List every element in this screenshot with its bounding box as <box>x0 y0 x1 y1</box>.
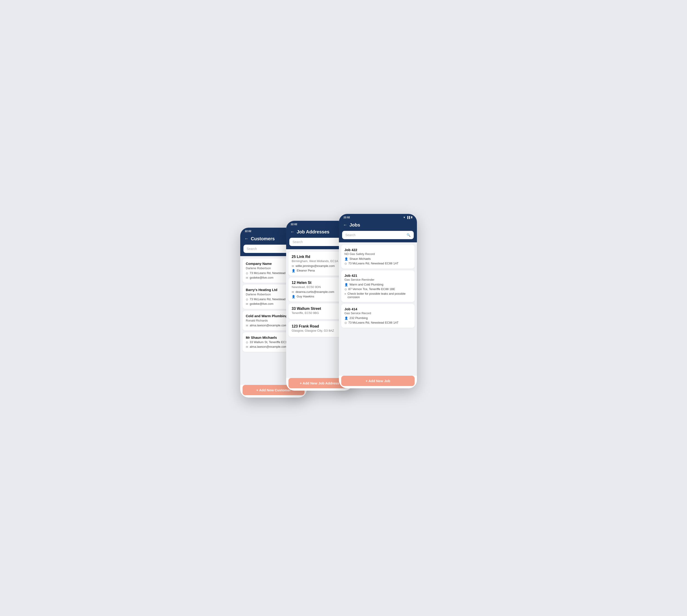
job-person-row-0: 👤 Shaun Michaels <box>345 257 412 261</box>
battery-icon-3: ▮ <box>411 216 412 219</box>
person-icon-addr-1: 👤 <box>292 295 295 299</box>
address-email-0: willie.jennings@example.com <box>295 264 335 268</box>
email-icon-3: ✉ <box>246 345 248 349</box>
job-note-1: Check boiler for possible leaks and poss… <box>348 292 412 299</box>
address-person-0: Eleanor Pena <box>297 269 315 272</box>
jobs-search-placeholder: Search <box>345 233 405 237</box>
location-icon-job-2: ⊙ <box>345 321 347 325</box>
address-email-1: deanna.curtis@example.com <box>295 290 334 293</box>
jobs-search-icon: 🔍 <box>406 233 411 237</box>
location-icon-1: ⊙ <box>246 298 248 301</box>
person-icon-job-0: 👤 <box>345 257 348 261</box>
person-icon-addr-0: 👤 <box>292 269 295 272</box>
status-icons-3: ▼ ▐▐ ▮ <box>403 216 412 219</box>
customer-email-2: alma.lawson@example.com <box>250 324 287 327</box>
jobs-title: Jobs <box>350 222 360 228</box>
job-card-2[interactable]: Job 414 Gas Service Record 👤 232 Plumbin… <box>341 304 415 328</box>
job-address-row-0: ⊙ 73 McLeans Rd, Newstead EC88 1AT <box>345 262 412 265</box>
time-2: 22:02 <box>291 223 297 226</box>
job-number-1: Job 421 <box>345 273 412 278</box>
location-icon-job-0: ⊙ <box>345 262 347 265</box>
job-type-0: ND Gas Safety Record <box>345 252 412 256</box>
job-person-1: Warm and Cold Plumbing <box>350 283 383 286</box>
job-address-row-1: ⊙ 87 Vernon Tce, Teneriffe EC88 1BE <box>345 287 412 291</box>
job-person-2: 232 Plumbing <box>350 316 368 320</box>
customer-email-1: godeke@live.com <box>250 302 273 306</box>
job-number-0: Job 422 <box>345 248 412 252</box>
job-address-1: 87 Vernon Tce, Teneriffe EC88 1BE <box>348 287 395 291</box>
email-icon-2: ✉ <box>246 324 248 327</box>
location-icon-0: ⊙ <box>246 271 248 275</box>
back-button-1[interactable]: ← <box>244 236 248 241</box>
signal-icon-3: ▐▐ <box>406 216 410 219</box>
job-card-0[interactable]: Job 422 ND Gas Safety Record 👤 Shaun Mic… <box>341 245 415 268</box>
jobs-list: Job 422 ND Gas Safety Record 👤 Shaun Mic… <box>339 242 417 376</box>
job-addresses-search-placeholder: Search <box>292 240 346 244</box>
job-type-2: Gas Service Record <box>345 311 412 315</box>
job-card-1[interactable]: Job 421 Gas Service Reminder 👤 Warm and … <box>341 270 415 302</box>
job-addresses-title: Job Addresses <box>297 229 330 235</box>
email-icon-addr-1: ✉ <box>292 290 294 294</box>
job-person-row-2: 👤 232 Plumbing <box>345 316 412 320</box>
wifi-icon-3: ▼ <box>403 216 406 219</box>
jobs-header: ← Jobs <box>339 220 417 231</box>
jobs-search-box[interactable]: Search 🔍 <box>342 231 414 239</box>
job-person-row-1: 👤 Warm and Cold Plumbing <box>345 283 412 286</box>
jobs-search-container: Search 🔍 <box>339 231 417 242</box>
location-icon-job-1: ⊙ <box>345 288 347 291</box>
person-icon-job-2: 👤 <box>345 316 348 320</box>
customer-email-3: alma.lawson@example.com <box>250 345 287 348</box>
job-person-0: Shaun Michaels <box>350 257 371 261</box>
location-icon-3: ⊙ <box>246 340 248 344</box>
address-person-1: Guy Hawkins <box>297 295 314 298</box>
status-bar-3: 22:02 ▼ ▐▐ ▮ <box>339 214 417 220</box>
back-button-2[interactable]: ← <box>290 229 294 234</box>
job-note-row-1: ≡ Check boiler for possible leaks and po… <box>345 292 412 299</box>
person-icon-job-1: 👤 <box>345 283 348 286</box>
time-3: 22:02 <box>344 216 350 219</box>
email-icon-1: ✉ <box>246 302 248 306</box>
add-job-button[interactable]: + Add New Job <box>341 376 415 386</box>
job-address-0: 73 McLeans Rd, Newstead EC88 1AT <box>348 262 399 265</box>
job-number-2: Job 414 <box>345 307 412 311</box>
job-address-2: 73 McLeans Rd, Newstead EC88 1AT <box>348 321 399 324</box>
jobs-phone: 22:02 ▼ ▐▐ ▮ ← Jobs Search 🔍 Job <box>339 214 417 388</box>
back-button-3[interactable]: ← <box>343 223 347 227</box>
email-icon-0: ✉ <box>246 276 248 280</box>
note-icon-job-1: ≡ <box>345 292 346 295</box>
customer-email-0: godeke@live.com <box>250 276 273 279</box>
email-icon-addr-0: ✉ <box>292 264 294 268</box>
time-1: 22:02 <box>245 230 251 233</box>
customers-title: Customers <box>251 236 275 241</box>
job-address-row-2: ⊙ 73 McLeans Rd, Newstead EC88 1AT <box>345 321 412 325</box>
job-type-1: Gas Service Reminder <box>345 278 412 281</box>
